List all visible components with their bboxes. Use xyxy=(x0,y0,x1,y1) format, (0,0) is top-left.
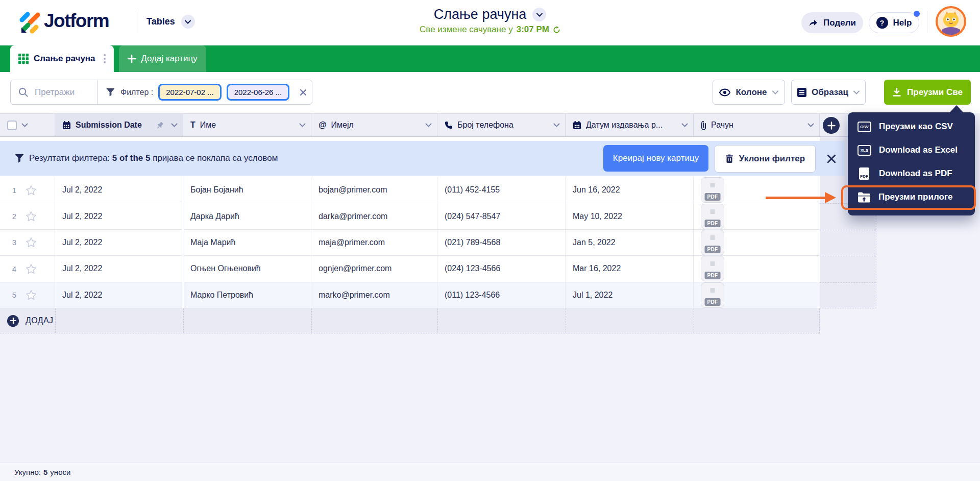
filter-chip-date-end[interactable]: 2022-06-26 ... xyxy=(227,84,289,101)
cell-invoice-date[interactable]: Jul 1, 2022 xyxy=(566,282,694,308)
column-header-email[interactable]: @ Имејл xyxy=(311,114,437,136)
file-preview xyxy=(710,183,715,187)
column-header-name[interactable]: T Име xyxy=(183,114,311,136)
column-header-invoice-file[interactable]: Рачун xyxy=(694,114,820,136)
pdf-attachment[interactable]: PDF xyxy=(701,177,724,203)
grid-icon xyxy=(18,54,29,64)
pdf-attachment[interactable]: PDF xyxy=(701,204,724,229)
brand-wordmark[interactable]: Jotform xyxy=(44,10,109,32)
column-label: Број телефона xyxy=(457,121,513,130)
filter-chip-date-start[interactable]: 2022-07-02 ... xyxy=(158,84,221,101)
pdf-attachment[interactable]: PDF xyxy=(701,230,724,255)
cell-invoice-file[interactable]: PDF xyxy=(694,203,820,229)
table-row[interactable]: 5 Jul 2, 2022 Марко Петровић marko@prime… xyxy=(0,282,820,308)
search-input[interactable] xyxy=(34,87,92,98)
jotform-logo-icon[interactable] xyxy=(17,10,42,35)
table-row[interactable]: 2 Jul 2, 2022 Дарка Дарић darka@primer.c… xyxy=(0,203,820,229)
tables-nav-dropdown[interactable]: Tables xyxy=(146,15,195,29)
chevron-down-icon[interactable] xyxy=(425,123,432,127)
add-tab-button[interactable]: Додај картицу xyxy=(119,45,206,72)
menu-item-download-attachments[interactable]: Преузми прилоге xyxy=(848,185,975,209)
cell-phone[interactable]: (011) 452-4155 xyxy=(437,177,566,203)
cell-phone[interactable]: (011) 123-4566 xyxy=(437,282,566,308)
pdf-attachment[interactable]: PDF xyxy=(701,256,724,281)
search-box[interactable] xyxy=(11,80,97,104)
cell-name[interactable]: Огњен Огњеновић xyxy=(183,256,311,281)
chevron-down-icon[interactable] xyxy=(21,123,28,127)
column-label: Име xyxy=(200,121,216,130)
create-view-button[interactable]: Креирај нову картицу xyxy=(603,145,708,172)
cell-name[interactable]: Маја Марић xyxy=(183,230,311,255)
clear-filter-icon[interactable] xyxy=(298,87,309,98)
cell-invoice-file[interactable]: PDF xyxy=(694,256,820,281)
column-header-submission-date[interactable]: Submission Date xyxy=(55,114,183,136)
chevron-down-icon[interactable] xyxy=(553,123,560,127)
star-icon[interactable] xyxy=(26,290,37,300)
avatar[interactable] xyxy=(936,6,966,37)
row-number: 2 xyxy=(11,212,18,221)
add-row-button[interactable]: ДОДАЈ xyxy=(0,308,820,333)
cell-submission-date[interactable]: Jul 2, 2022 xyxy=(55,203,183,229)
chevron-down-icon[interactable] xyxy=(681,123,688,127)
cell-invoice-file[interactable]: PDF xyxy=(694,177,820,203)
pin-icon[interactable] xyxy=(156,121,164,130)
cell-phone[interactable]: (024) 123-4566 xyxy=(437,256,566,281)
tab-menu-icon[interactable] xyxy=(102,52,108,65)
chevron-down-icon[interactable] xyxy=(171,123,178,127)
cell-submission-date[interactable]: Jul 2, 2022 xyxy=(55,282,183,308)
xls-file-icon: XLS xyxy=(857,145,871,156)
sheet-title[interactable]: Слање рачуна xyxy=(434,7,547,22)
star-icon[interactable] xyxy=(26,185,37,196)
cell-invoice-file[interactable]: PDF xyxy=(694,230,820,255)
share-button[interactable]: Подели xyxy=(801,12,863,33)
header-divider xyxy=(135,11,135,33)
cell-submission-date[interactable]: Jul 2, 2022 xyxy=(55,230,183,255)
tab-active-sheet[interactable]: Слање рачуна xyxy=(10,45,114,72)
row-number: 1 xyxy=(11,186,18,195)
form-icon xyxy=(797,88,806,97)
chevron-down-icon[interactable] xyxy=(299,123,306,127)
select-all-checkbox[interactable] xyxy=(7,121,17,130)
menu-item-download-csv[interactable]: CSV Преузми као CSV xyxy=(848,115,975,138)
pdf-attachment[interactable]: PDF xyxy=(701,282,724,308)
cell-phone[interactable]: (021) 789-4568 xyxy=(437,230,566,255)
help-button[interactable]: ? Help xyxy=(869,12,919,33)
cell-submission-date[interactable]: Jul 2, 2022 xyxy=(55,177,183,203)
close-banner-icon[interactable] xyxy=(825,152,838,165)
pinned-column-divider xyxy=(182,176,184,308)
star-icon[interactable] xyxy=(26,237,37,248)
download-all-button[interactable]: Преузми Све xyxy=(884,80,971,105)
cell-submission-date[interactable]: Jul 2, 2022 xyxy=(55,256,183,281)
form-button[interactable]: Образац xyxy=(791,80,866,105)
cell-email[interactable]: bojan@primer.com xyxy=(311,177,437,203)
chevron-down-icon[interactable] xyxy=(532,8,546,21)
cell-email[interactable]: maja@primer.com xyxy=(311,230,437,255)
cell-invoice-date[interactable]: Jan 5, 2022 xyxy=(566,230,694,255)
table-row[interactable]: 3 Jul 2, 2022 Маја Марић maja@primer.com… xyxy=(0,230,820,256)
cell-phone[interactable]: (024) 547-8547 xyxy=(437,203,566,229)
cell-email[interactable]: darka@primer.com xyxy=(311,203,437,229)
remove-filter-button[interactable]: Уклони филтер xyxy=(715,145,816,173)
add-column-button[interactable] xyxy=(823,117,840,134)
star-icon[interactable] xyxy=(26,263,37,274)
star-icon[interactable] xyxy=(26,211,37,222)
menu-item-download-excel[interactable]: XLS Download as Excel xyxy=(848,138,975,162)
column-header-invoice-date[interactable]: Датум издавања р... xyxy=(566,114,694,136)
menu-item-download-pdf[interactable]: PDF Download as PDF xyxy=(848,162,975,185)
cell-email[interactable]: ognjen@primer.com xyxy=(311,256,437,281)
cell-email[interactable]: marko@primer.com xyxy=(311,282,437,308)
columns-button[interactable]: Колоне xyxy=(713,80,785,105)
cell-invoice-date[interactable]: Jun 16, 2022 xyxy=(566,177,694,203)
table-row[interactable]: 4 Jul 2, 2022 Огњен Огњеновић ognjen@pri… xyxy=(0,256,820,282)
table-row[interactable]: 1 Jul 2, 2022 Бојан Бојанић bojan@primer… xyxy=(0,177,820,203)
cell-invoice-file[interactable]: PDF xyxy=(694,282,820,308)
column-header-phone[interactable]: Број телефона xyxy=(437,114,566,136)
columns-label: Колоне xyxy=(736,87,767,98)
cell-invoice-date[interactable]: May 10, 2022 xyxy=(566,203,694,229)
cell-invoice-date[interactable]: Mar 16, 2022 xyxy=(566,256,694,281)
plus-icon xyxy=(827,122,836,130)
cell-name[interactable]: Марко Петровић xyxy=(183,282,311,308)
cell-name[interactable]: Дарка Дарић xyxy=(183,203,311,229)
chevron-down-icon[interactable] xyxy=(807,123,814,127)
cell-name[interactable]: Бојан Бојанић xyxy=(183,177,311,203)
